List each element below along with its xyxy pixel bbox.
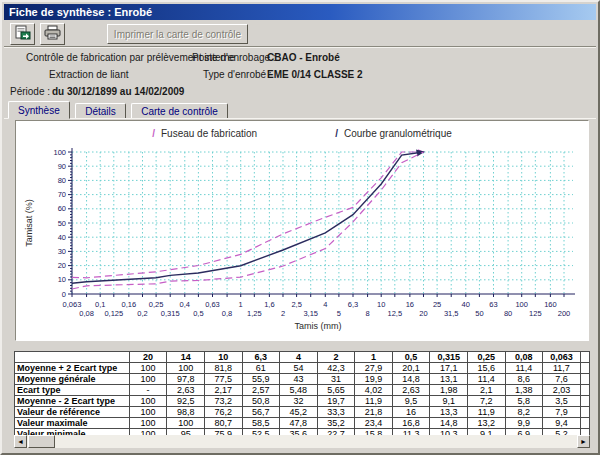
svg-text:50: 50 [475,309,483,318]
value-cell: 56,7 [242,407,280,418]
value-cell: 9,5 [392,396,430,407]
summary-table-wrap: 2014106,34210,50,3150,250,080,063Moyenne… [14,351,590,440]
row-label-cell: Ecart type [15,385,130,396]
svg-text:40: 40 [462,300,470,309]
value-cell: 98,8 [167,407,205,418]
value-cell: 100 [167,418,205,429]
value-cell: 43 [280,374,318,385]
value-cell: 100 [167,363,205,374]
table-row: Moyenne générale10097,877,555,9433119,91… [15,374,590,385]
legend-label: Courbe granulométrique [344,128,452,139]
stub-cell [580,418,589,429]
value-cell: 5,48 [280,385,318,396]
info-panel: Contrôle de fabrication par prélèvement … [2,47,598,100]
tab-details[interactable]: Détails [75,103,126,119]
value-cell: 13,2 [467,418,505,429]
sieve-header-cell: 14 [167,352,205,363]
sieve-header-cell: 1 [355,352,393,363]
svg-text:0,2: 0,2 [137,309,147,318]
svg-text:8: 8 [365,309,369,318]
svg-text:0,63: 0,63 [205,300,220,309]
sieve-header-cell: 6,3 [242,352,280,363]
value-cell: 1,38 [505,385,543,396]
svg-text:2: 2 [281,309,285,318]
svg-text:25: 25 [433,300,441,309]
value-cell: 2,63 [167,385,205,396]
sieve-header-cell: 2 [317,352,355,363]
value-cell: 2,1 [467,385,505,396]
value-cell: 45,2 [280,407,318,418]
granulometry-chart: 01020304050607080901000,0630,080,10,1250… [19,144,585,340]
svg-text:40: 40 [58,233,66,242]
table-row: Valeur maximale10010080,758,547,835,223,… [15,418,590,429]
value-cell: 21,8 [355,407,393,418]
tab-carte-de-controle[interactable]: Carte de contrôle [131,103,228,119]
type-label: Type d'enrobé : [203,69,272,80]
svg-text:0,8: 0,8 [222,309,232,318]
tab-synthese[interactable]: Synthèse [8,101,70,119]
value-cell: 13,1 [430,374,468,385]
value-cell: 81,8 [204,363,242,374]
periode-label: Période : [10,86,50,97]
svg-text:70: 70 [58,190,66,199]
value-cell: 16,8 [392,418,430,429]
tab-bar: Synthèse Détails Carte de contrôle [8,101,229,119]
x-axis-label: Tamis (mm) [295,321,342,331]
value-cell: 33,3 [317,407,355,418]
tab-page-divider [4,118,596,119]
value-cell: 9,1 [430,396,468,407]
value-cell: 7,2 [467,396,505,407]
svg-text:0: 0 [62,290,66,299]
svg-text:10: 10 [377,300,385,309]
value-cell: 17,1 [430,363,468,374]
svg-text:3,15: 3,15 [303,309,318,318]
value-cell: 7,9 [543,407,581,418]
export-button[interactable] [10,23,35,45]
value-cell: 11,9 [355,396,393,407]
value-cell: 100 [129,374,167,385]
value-cell: 13,3 [430,407,468,418]
window-title: Fiche de synthèse : Enrobé [9,6,152,18]
value-cell: 32 [280,396,318,407]
value-cell: 8,2 [505,407,543,418]
value-cell: 73,2 [204,396,242,407]
value-cell: 1,98 [430,385,468,396]
value-cell: 11,9 [467,407,505,418]
gridlines [72,152,573,294]
print-control-card-button[interactable]: Imprimer la carte de contrôle [107,24,248,44]
value-cell: 54 [280,363,318,374]
value-cell: 2,57 [242,385,280,396]
row-label-cell: Moyenne - 2 Ecart type [15,396,130,407]
value-cell: 14,8 [392,374,430,385]
value-cell: 2,17 [204,385,242,396]
value-cell: 19,7 [317,396,355,407]
stub-cell [580,407,589,418]
value-cell: 3,5 [543,396,581,407]
value-cell: 100 [129,407,167,418]
svg-text:100: 100 [53,148,66,157]
svg-text:0,1: 0,1 [95,300,105,309]
table-row: Moyenne - 2 Ecart type10092,573,250,8321… [15,396,590,407]
value-cell: 11,7 [543,363,581,374]
value-cell: 5,65 [317,385,355,396]
value-cell: 55,9 [242,374,280,385]
print-button[interactable] [40,23,65,45]
scroll-right-button[interactable]: ► [577,435,590,448]
svg-text:0,125: 0,125 [104,309,123,318]
stub-cell [580,385,589,396]
scrollbar-thumb[interactable] [28,435,55,448]
value-cell: 80,7 [204,418,242,429]
horizontal-scrollbar[interactable]: ◄ ► [14,435,590,448]
svg-text:60: 60 [58,204,66,213]
value-cell: 27,9 [355,363,393,374]
scroll-left-button[interactable]: ◄ [14,435,27,448]
svg-text:80: 80 [58,176,66,185]
series-2 [72,152,424,289]
summary-table: 2014106,34210,50,3150,250,080,063Moyenne… [14,351,590,440]
value-cell: 9,9 [505,418,543,429]
window-titlebar[interactable]: Fiche de synthèse : Enrobé [4,4,596,20]
value-cell: 15,6 [467,363,505,374]
svg-text:2,5: 2,5 [291,300,301,309]
periode-value: du 30/12/1899 au 14/02/2009 [52,86,184,97]
svg-text:16: 16 [406,300,414,309]
